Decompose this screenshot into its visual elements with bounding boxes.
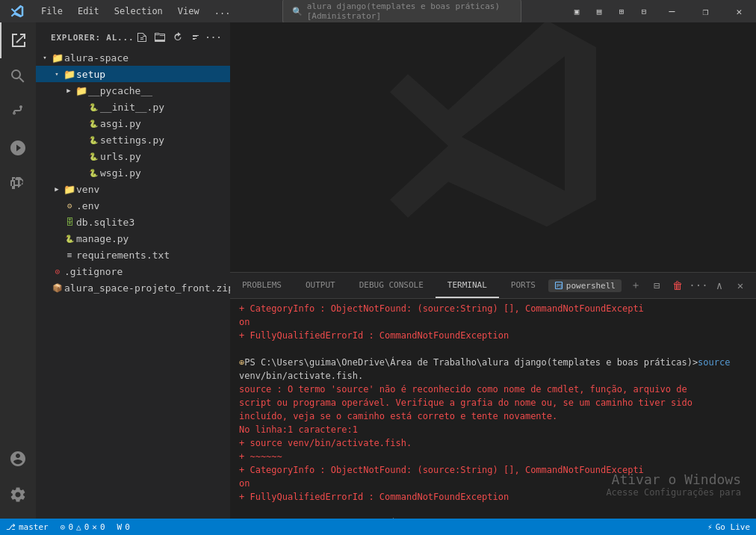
svg-text:PS: PS: [557, 283, 563, 289]
term-line-blank2: [239, 504, 747, 517]
menu-file[interactable]: File: [34, 0, 70, 22]
warning-icon: △: [76, 522, 81, 532]
term-line-blank1: [239, 342, 747, 356]
title-controls: ▣ ▤ ⊞ ⊟ ─ ❐ ✕: [566, 0, 756, 22]
tab-output[interactable]: OUTPUT: [294, 273, 347, 298]
menu-view[interactable]: View: [170, 0, 207, 22]
collapse-icon[interactable]: [188, 30, 203, 45]
refresh-icon[interactable]: [170, 30, 185, 45]
activity-search[interactable]: [0, 58, 36, 94]
error-count: 0: [68, 522, 73, 532]
tab-ports[interactable]: PORTS: [499, 273, 548, 298]
tree-label-env: .env: [76, 200, 99, 211]
env-icon: ⚙: [63, 201, 76, 211]
tree-label-asgi: asgi.py: [100, 118, 141, 129]
go-live-icon: ⚡: [707, 522, 713, 532]
layout-btn-3[interactable]: ⊞: [610, 0, 633, 22]
go-live-label: Go Live: [716, 522, 750, 532]
split-terminal-btn[interactable]: ⊟: [647, 276, 666, 295]
activity-run[interactable]: [0, 130, 36, 166]
powershell-text: powershell: [566, 281, 616, 291]
folder-icon-alura-space: 📁: [51, 52, 64, 64]
go-live-button[interactable]: ⚡ Go Live: [701, 519, 756, 535]
tree-item-urls[interactable]: 🐍 urls.py: [36, 148, 230, 164]
git-icon-gitignore: ⊙: [51, 267, 64, 276]
tab-problems[interactable]: PROBLEMS: [230, 273, 294, 298]
info-icon: ✕: [92, 522, 97, 532]
status-branch[interactable]: ⎇ master: [0, 519, 55, 535]
tree-label-db: db.sqlite3: [76, 217, 134, 228]
title-menu: File Edit Selection View ...: [34, 0, 238, 22]
minimize-button[interactable]: ─: [655, 0, 689, 22]
status-errors[interactable]: ⊙ 0 △ 0 ✕ 0: [55, 519, 111, 535]
main-area: EXPLORER: AL... ··· ▾: [0, 22, 756, 519]
w-count: 0: [125, 522, 130, 532]
windows-watermark-sub: Acesse Configurações para: [606, 487, 741, 498]
kill-terminal-btn[interactable]: 🗑: [668, 276, 687, 295]
more-panel-btn[interactable]: ···: [689, 276, 708, 295]
term-line-3: + FullyQualifiedErrorId : CommandNotFoun…: [239, 329, 747, 342]
editor-area: [230, 22, 756, 272]
menu-edit[interactable]: Edit: [70, 0, 107, 22]
tree-item-env[interactable]: ⚙ .env: [36, 197, 230, 214]
new-terminal-btn[interactable]: ＋: [626, 276, 645, 295]
status-w-count[interactable]: W 0: [111, 519, 136, 535]
tree-item-manage[interactable]: 🐍 manage.py: [36, 230, 230, 247]
new-folder-icon[interactable]: [152, 30, 167, 45]
title-search-box[interactable]: 🔍 alura django(templates e boas práticas…: [282, 0, 521, 24]
tree-item-db[interactable]: 🗄 db.sqlite3: [36, 214, 230, 230]
activity-source-control[interactable]: [0, 94, 36, 130]
py-icon-manage: 🐍: [63, 235, 76, 243]
tab-terminal[interactable]: TERMINAL: [436, 273, 499, 298]
tree-label-alura-space: alura-space: [64, 52, 128, 64]
maximize-panel-btn[interactable]: ∧: [710, 276, 729, 295]
tree-label-pycache: __pycache__: [88, 85, 152, 96]
sidebar-content: ▾ 📁 alura-space ▾ 📁 setup ▶ 📁 __pycache_…: [36, 49, 230, 519]
activity-bar-bottom: [0, 441, 36, 519]
tree-item-wsgi[interactable]: 🐍 wsgi.py: [36, 164, 230, 181]
tree-label-manage: manage.py: [76, 233, 128, 244]
tree-item-init[interactable]: 🐍 __init__.py: [36, 99, 230, 115]
new-file-icon[interactable]: [134, 30, 149, 45]
windows-watermark-title: Ativar o Windows: [606, 471, 741, 487]
tree-label-wsgi: wsgi.py: [100, 167, 141, 179]
tab-debug-console[interactable]: DEBUG CONSOLE: [347, 273, 436, 298]
layout-btn-2[interactable]: ▤: [588, 0, 610, 22]
title-bar: File Edit Selection View ... 🔍 alura dja…: [0, 0, 756, 22]
sidebar-header-icons: ···: [134, 30, 221, 45]
search-icon: 🔍: [292, 7, 303, 16]
py-icon-wsgi: 🐍: [87, 169, 100, 177]
tree-item-pycache[interactable]: ▶ 📁 __pycache__: [36, 82, 230, 99]
folder-icon-venv: 📁: [63, 184, 76, 195]
tree-item-asgi[interactable]: 🐍 asgi.py: [36, 115, 230, 132]
layout-buttons: ▣ ▤ ⊞ ⊟: [566, 0, 655, 22]
layout-btn-1[interactable]: ▣: [566, 0, 588, 22]
more-actions-icon[interactable]: ···: [206, 30, 221, 45]
activity-explorer[interactable]: [0, 22, 36, 58]
vscode-icon: [0, 4, 34, 18]
title-search-area: 🔍 alura django(templates e boas práticas…: [238, 0, 566, 24]
activity-account[interactable]: [0, 441, 36, 477]
close-panel-btn[interactable]: ✕: [731, 276, 750, 295]
tree-item-venv[interactable]: ▶ 📁 venv: [36, 181, 230, 197]
tree-item-gitignore[interactable]: ⊙ .gitignore: [36, 263, 230, 279]
close-button[interactable]: ✕: [722, 0, 756, 22]
menu-selection[interactable]: Selection: [107, 0, 170, 22]
py-icon-init: 🐍: [87, 103, 100, 111]
term-line-1: + CategoryInfo : ObjectNotFound: (source…: [239, 302, 747, 315]
txt-icon-requirements: ≡: [63, 250, 76, 260]
git-branch-label: master: [19, 522, 49, 532]
tree-item-alura-space[interactable]: ▾ 📁 alura-space: [36, 49, 230, 66]
menu-more[interactable]: ...: [207, 0, 238, 22]
tree-item-settings[interactable]: 🐍 settings.py: [36, 132, 230, 148]
tree-item-zip[interactable]: 📦 alura_space-projeto_front.zip: [36, 279, 230, 296]
layout-btn-4[interactable]: ⊟: [633, 0, 655, 22]
tree-item-requirements[interactable]: ≡ requirements.txt: [36, 247, 230, 263]
restore-button[interactable]: ❐: [689, 0, 722, 22]
panel: PROBLEMS OUTPUT DEBUG CONSOLE TERMINAL P…: [230, 272, 756, 519]
activity-extensions[interactable]: [0, 166, 36, 202]
activity-settings[interactable]: [0, 477, 36, 513]
tree-label-init: __init__.py: [100, 102, 164, 113]
tree-item-setup[interactable]: ▾ 📁 setup: [36, 66, 230, 82]
editor-watermark: [381, 22, 605, 238]
